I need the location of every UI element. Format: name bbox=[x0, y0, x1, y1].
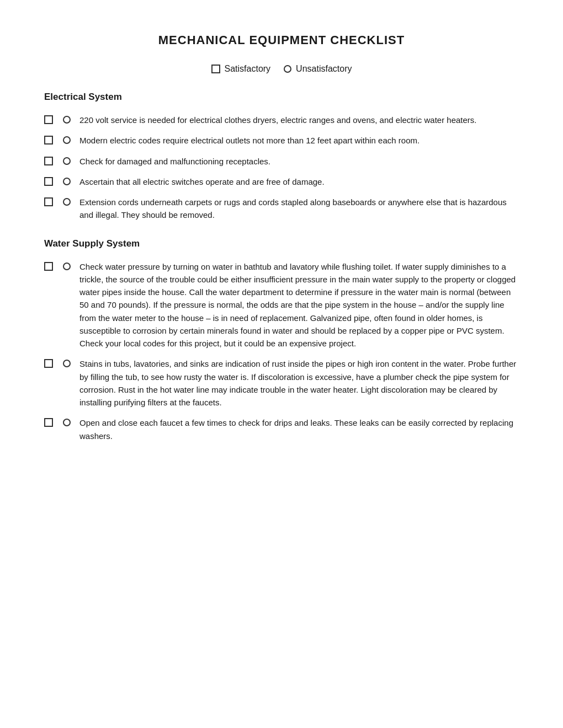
section-water-supply: Water Supply SystemCheck water pressure … bbox=[44, 238, 519, 442]
unsatisfactory-label: Unsatisfactory bbox=[296, 64, 352, 74]
item-circle-icon[interactable] bbox=[63, 419, 71, 426]
item-checkbox-icon[interactable] bbox=[44, 418, 53, 427]
page-title: MECHANICAL EQUIPMENT CHECKLIST bbox=[44, 33, 519, 47]
item-checkbox-icon[interactable] bbox=[44, 157, 53, 165]
item-checkbox-icon[interactable] bbox=[44, 262, 53, 271]
item-checkbox-icon[interactable] bbox=[44, 359, 53, 368]
item-text: 220 volt service is needed for electrica… bbox=[79, 114, 519, 126]
checklist-item: Extension cords underneath carpets or ru… bbox=[44, 196, 519, 222]
item-text: Ascertain that all electric switches ope… bbox=[79, 175, 519, 188]
item-text: Check water pressure by turning on water… bbox=[79, 260, 519, 350]
legend: Satisfactory Unsatisfactory bbox=[44, 64, 519, 74]
checklist-item: Modern electric codes require electrical… bbox=[44, 134, 519, 147]
item-circle-icon[interactable] bbox=[63, 263, 71, 270]
item-checkbox-icon[interactable] bbox=[44, 136, 53, 144]
checklist-item: Open and close each faucet a few times t… bbox=[44, 416, 519, 442]
item-text: Modern electric codes require electrical… bbox=[79, 134, 519, 147]
checklist-item: Stains in tubs, lavatories, and sinks ar… bbox=[44, 357, 519, 409]
item-circle-icon[interactable] bbox=[63, 198, 71, 206]
circle-icon bbox=[284, 65, 291, 73]
item-circle-icon[interactable] bbox=[63, 360, 71, 367]
item-text: Check for damaged and malfunctioning rec… bbox=[79, 155, 519, 168]
section-electrical: Electrical System220 volt service is nee… bbox=[44, 92, 519, 222]
item-circle-icon[interactable] bbox=[63, 136, 71, 144]
sections-container: Electrical System220 volt service is nee… bbox=[44, 92, 519, 442]
item-checkbox-icon[interactable] bbox=[44, 177, 53, 186]
section-title-water-supply: Water Supply System bbox=[44, 238, 519, 249]
item-circle-icon[interactable] bbox=[63, 116, 71, 124]
satisfactory-label: Satisfactory bbox=[225, 64, 271, 74]
checklist-item: Ascertain that all electric switches ope… bbox=[44, 175, 519, 188]
item-circle-icon[interactable] bbox=[63, 157, 71, 165]
checklist-item: Check for damaged and malfunctioning rec… bbox=[44, 155, 519, 168]
item-text: Extension cords underneath carpets or ru… bbox=[79, 196, 519, 222]
item-text: Open and close each faucet a few times t… bbox=[79, 416, 519, 442]
item-circle-icon[interactable] bbox=[63, 178, 71, 185]
unsatisfactory-legend: Unsatisfactory bbox=[284, 64, 352, 74]
item-checkbox-icon[interactable] bbox=[44, 197, 53, 206]
section-title-electrical: Electrical System bbox=[44, 92, 519, 103]
checkbox-icon bbox=[211, 65, 220, 73]
item-checkbox-icon[interactable] bbox=[44, 115, 53, 124]
item-text: Stains in tubs, lavatories, and sinks ar… bbox=[79, 357, 519, 409]
checklist-item: Check water pressure by turning on water… bbox=[44, 260, 519, 350]
checklist-item: 220 volt service is needed for electrica… bbox=[44, 114, 519, 126]
satisfactory-legend: Satisfactory bbox=[211, 64, 271, 74]
